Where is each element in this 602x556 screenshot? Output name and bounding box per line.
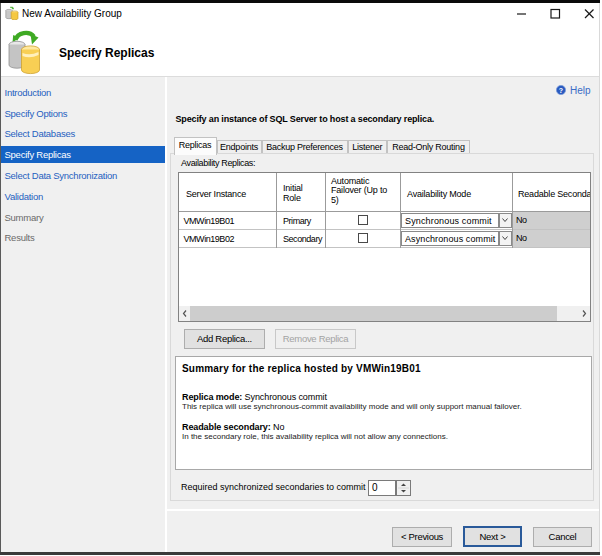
svg-text:?: ? — [559, 87, 563, 94]
